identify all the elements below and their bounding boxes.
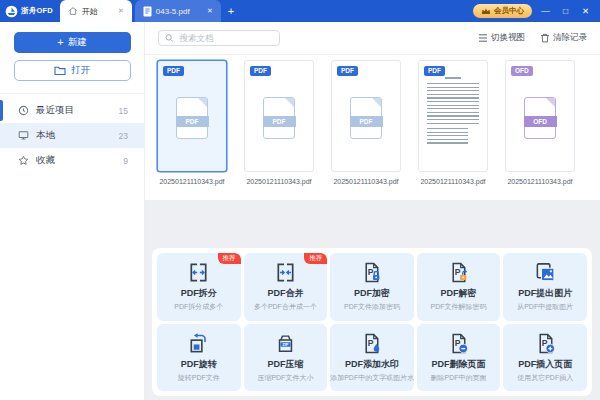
member-center-button[interactable]: 会员中心 <box>473 4 532 18</box>
tool-subtitle: 使用其它PDF插入 <box>503 373 587 383</box>
tools-panel: 推荐 PDF拆分 PDF拆分成多个 推荐 <box>152 248 592 396</box>
file-type-badge: PDF <box>250 66 271 76</box>
search-input[interactable] <box>177 32 273 44</box>
tool-card-pdf-watermark[interactable]: P PDF添加水印 添加PDF中的文字或图片水印 <box>330 324 414 392</box>
tool-title: PDF删除页面 <box>417 358 501 371</box>
tab-home[interactable]: 开始 ✕ <box>60 0 132 22</box>
tool-subtitle: 旋转PDF文件 <box>157 373 241 383</box>
tool-title: PDF插入页面 <box>503 358 587 371</box>
document-item: PDF PDF 20250121110343.pdf <box>331 60 401 200</box>
item-count: 15 <box>119 106 128 116</box>
recommend-badge: 推荐 <box>218 253 241 264</box>
tool-card-pdf-merge[interactable]: 推荐 PDF合并 多个PDF合并成一个 <box>244 253 328 321</box>
minimize-button[interactable]: — <box>539 0 552 22</box>
document-name: 20250121110343.pdf <box>505 178 575 185</box>
file-type-badge: PDF <box>163 66 184 76</box>
search-icon <box>165 33 173 43</box>
app-name: 浙舟OFD <box>21 6 53 16</box>
clear-records-label: 清除记录 <box>553 32 587 44</box>
svg-text:ZIP: ZIP <box>282 341 289 346</box>
maximize-button[interactable]: □ <box>559 0 572 22</box>
pdf-extract-images-icon <box>534 261 557 284</box>
close-tab-icon[interactable]: ✕ <box>207 7 213 15</box>
tool-subtitle: 压缩PDF文件大小 <box>244 373 328 383</box>
recent-documents: PDF PDF 20250121110343.pdf PDF PDF 2 <box>145 55 600 200</box>
svg-text:P: P <box>455 267 461 277</box>
document-card[interactable]: OFD OFD <box>505 60 575 172</box>
crown-icon <box>481 7 491 15</box>
sidebar-item-label: 最近项目 <box>36 104 74 117</box>
sidebar-item-recent[interactable]: 最近项目 15 <box>0 98 144 123</box>
recommend-badge: 推荐 <box>304 253 327 264</box>
document-card-selected[interactable]: PDF PDF <box>157 60 227 172</box>
tool-card-pdf-rotate[interactable]: PDF旋转 旋转PDF文件 <box>157 324 241 392</box>
tool-title: PDF旋转 <box>157 358 241 371</box>
tool-subtitle: PDF拆分成多个 <box>157 302 241 312</box>
new-tab-button[interactable]: + <box>221 0 241 22</box>
tool-card-pdf-split[interactable]: 推荐 PDF拆分 PDF拆分成多个 <box>157 253 241 321</box>
close-button[interactable]: ✕ <box>579 0 592 22</box>
folder-icon <box>54 65 66 76</box>
tools-section: 推荐 PDF拆分 PDF拆分成多个 推荐 <box>145 200 600 400</box>
trash-icon <box>540 33 550 43</box>
open-document-button[interactable]: 打开 <box>14 60 131 81</box>
pdf-decrypt-icon: P <box>447 261 470 284</box>
tool-card-pdf-decrypt[interactable]: P PDF解密 PDF文件解除密码 <box>417 253 501 321</box>
pdf-page-icon <box>143 6 152 17</box>
close-tab-icon[interactable]: ✕ <box>118 7 124 15</box>
main-area: 切换视图 清除记录 PDF PDF <box>145 22 600 400</box>
pdf-file-icon: PDF <box>176 97 208 139</box>
titlebar: 浙舟OFD 开始 ✕ 043-5.pdf ✕ + 会员中心 <box>0 0 600 22</box>
ofd-file-icon: OFD <box>524 97 556 139</box>
member-center-label: 会员中心 <box>494 6 524 16</box>
tab-document-label: 043-5.pdf <box>156 7 190 16</box>
app-window: 浙舟OFD 开始 ✕ 043-5.pdf ✕ + 会员中心 <box>0 0 600 400</box>
plus-icon: + <box>57 37 63 48</box>
svg-text:P: P <box>368 337 374 347</box>
tool-subtitle: PDF文件解除密码 <box>417 302 501 312</box>
new-document-button[interactable]: + 新建 <box>14 32 131 53</box>
document-card[interactable]: PDF <box>418 60 488 172</box>
tool-title: PDF提出图片 <box>503 287 587 300</box>
tool-card-pdf-insert-pages[interactable]: P PDF插入页面 使用其它PDF插入 <box>503 324 587 392</box>
document-item: PDF PDF 20250121110343.pdf <box>157 60 227 200</box>
tab-home-label: 开始 <box>82 6 98 17</box>
document-name: 20250121110343.pdf <box>244 178 314 185</box>
document-name: 20250121110343.pdf <box>331 178 401 185</box>
item-count: 9 <box>123 156 128 166</box>
sidebar-item-local[interactable]: 本地 23 <box>0 123 144 148</box>
tool-title: PDF拆分 <box>157 287 241 300</box>
star-icon <box>18 155 29 166</box>
search-box[interactable] <box>158 30 280 46</box>
document-card[interactable]: PDF PDF <box>331 60 401 172</box>
tool-title: PDF添加水印 <box>330 358 414 371</box>
document-name: 20250121110343.pdf <box>157 178 227 185</box>
sidebar-item-label: 本地 <box>36 129 55 142</box>
tool-card-pdf-compress[interactable]: ZIP PDF压缩 压缩PDF文件大小 <box>244 324 328 392</box>
tool-subtitle: PDF文件添加密码 <box>330 302 414 312</box>
pdf-compress-icon: ZIP <box>274 332 297 355</box>
document-name: 20250121110343.pdf <box>418 178 488 185</box>
clear-records-button[interactable]: 清除记录 <box>540 32 587 44</box>
home-icon <box>68 6 78 16</box>
tool-subtitle: 删除PDF中的页面 <box>417 373 501 383</box>
tool-subtitle: 从PDF中提取图片 <box>503 302 587 312</box>
pdf-rotate-icon <box>187 332 210 355</box>
pdf-split-icon <box>187 261 210 284</box>
pdf-watermark-icon: P <box>360 332 383 355</box>
document-card[interactable]: PDF PDF <box>244 60 314 172</box>
tool-card-pdf-extract-images[interactable]: PDF提出图片 从PDF中提取图片 <box>503 253 587 321</box>
pdf-insert-pages-icon: P <box>534 332 557 355</box>
switch-view-button[interactable]: 切换视图 <box>478 32 525 44</box>
tool-title: PDF加密 <box>330 287 414 300</box>
switch-view-label: 切换视图 <box>491 32 525 44</box>
tool-card-pdf-delete-pages[interactable]: P PDF删除页面 删除PDF中的页面 <box>417 324 501 392</box>
tool-card-pdf-encrypt[interactable]: P PDF加密 PDF文件添加密码 <box>330 253 414 321</box>
pdf-encrypt-icon: P <box>360 261 383 284</box>
list-view-icon <box>478 33 488 43</box>
new-button-label: 新建 <box>68 36 87 49</box>
tab-document[interactable]: 043-5.pdf ✕ <box>135 0 221 22</box>
main-toolbar: 切换视图 清除记录 <box>145 22 600 55</box>
svg-text:P: P <box>368 267 374 277</box>
sidebar-item-favorites[interactable]: 收藏 9 <box>0 148 144 173</box>
